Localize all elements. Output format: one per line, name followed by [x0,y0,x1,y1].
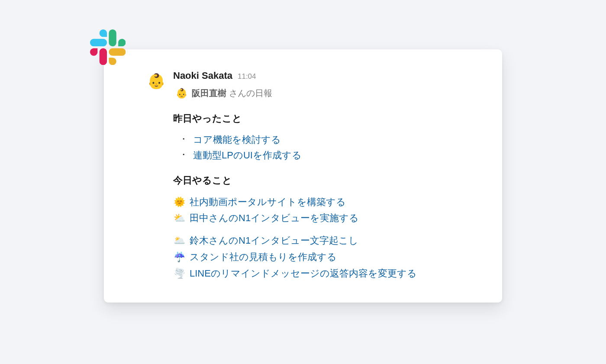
list-item: ・ コア機能を検討する [179,132,476,148]
cloud-icon: 🌥️ [173,236,185,245]
report-suffix: さんの日報 [229,88,272,98]
task-link[interactable]: LINEのリマインドメッセージの返答内容を変更する [190,265,417,282]
task-link[interactable]: 連動型LPのUIを作成する [193,148,302,163]
umbrella-icon: ☔ [173,252,185,262]
today-list: 🌞 社内動画ポータルサイトを構築する ⛅ 田中さんのN1インタビューを実施する … [173,194,476,282]
list-item: 🌪️ LINEのリマインドメッセージの返答内容を変更する [173,265,476,282]
tornado-icon: 🌪️ [173,269,185,278]
list-item: 🌥️ 鈴木さんのN1インタビュー文字起こし [173,232,476,249]
section-title-yesterday: 昨日やったこと [173,112,476,125]
report-mini-avatar-icon: 👶 [176,89,187,98]
task-link[interactable]: 田中さんのN1インタビューを実施する [190,210,359,226]
yesterday-list: ・ コア機能を検討する ・ 連動型LPのUIを作成する [179,132,476,164]
task-link[interactable]: スタンド社の見積もりを作成する [190,249,337,265]
task-link[interactable]: コア機能を検討する [193,132,281,148]
section-title-today: 今日やること [173,174,476,187]
slack-logo-icon [90,29,126,65]
slack-message-card: 👶 Naoki Sakata 11:04 👶 阪田直樹 さんの日報 昨日やったこ… [104,49,502,303]
bullet-icon: ・ [179,132,188,148]
sun-icon: 🌞 [173,197,185,207]
bullet-icon: ・ [179,148,188,163]
task-link[interactable]: 鈴木さんのN1インタビュー文字起こし [190,232,358,249]
list-item: ・ 連動型LPのUIを作成する [179,148,476,163]
message-timestamp[interactable]: 11:04 [238,72,256,81]
sun-cloud-icon: ⛅ [173,213,185,223]
list-item: 🌞 社内動画ポータルサイトを構築する [173,194,476,210]
list-item: ☔ スタンド社の見積もりを作成する [173,249,476,265]
author-avatar[interactable]: 👶 [147,72,165,90]
report-person-name: 阪田直樹 [192,88,226,98]
report-header: 👶 阪田直樹 さんの日報 [176,87,476,99]
author-name[interactable]: Naoki Sakata [173,70,232,81]
task-link[interactable]: 社内動画ポータルサイトを構築する [190,194,346,210]
list-item: ⛅ 田中さんのN1インタビューを実施する [173,210,476,226]
